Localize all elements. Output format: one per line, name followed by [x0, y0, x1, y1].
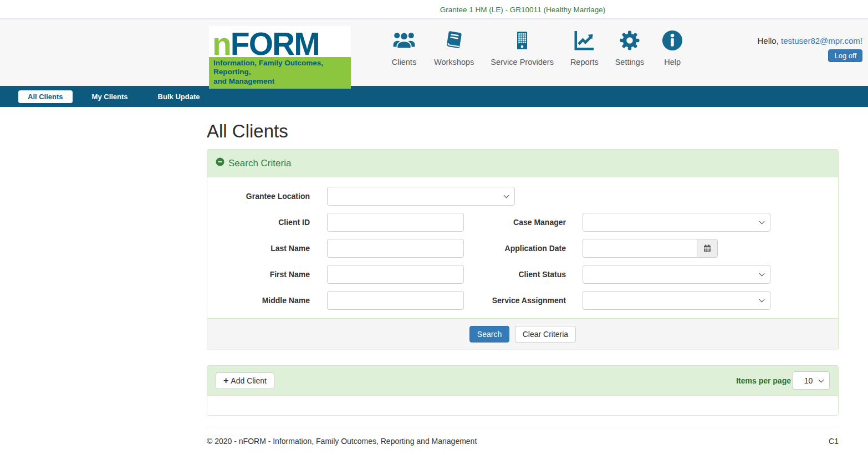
info-circle-icon	[661, 28, 684, 53]
nav-help-label: Help	[664, 58, 681, 67]
last-name-input[interactable]	[327, 239, 464, 258]
client-id-label: Client ID	[207, 218, 310, 227]
clients-tab-bar: All Clients My Clients Bulk Update	[0, 86, 868, 107]
copyright-text: © 2020 - nFORM - Information, Family Out…	[207, 437, 477, 446]
grantee-banner: Grantee 1 HM (LE) - GR10011 (Healthy Mar…	[440, 6, 605, 14]
application-date-label: Application Date	[464, 244, 566, 253]
greeting-text: Hello,	[758, 36, 779, 45]
logo-form-text: FORM	[231, 31, 319, 57]
client-status-select[interactable]	[583, 265, 770, 284]
search-criteria-title: Search Criteria	[228, 158, 291, 169]
results-list-empty	[207, 396, 838, 415]
logo-tagline-line1: Information, Family Outcomes, Reporting,	[213, 59, 349, 77]
main-content: All Clients Search Criteria Grantee Loca…	[207, 121, 839, 455]
nform-logo[interactable]: n FORM Information, Family Outcomes, Rep…	[209, 26, 351, 89]
service-assignment-label: Service Assignment	[464, 296, 566, 305]
app-header: n FORM Information, Family Outcomes, Rep…	[0, 18, 868, 86]
plus-icon: +	[223, 376, 228, 385]
tab-all-clients[interactable]: All Clients	[18, 90, 73, 103]
items-per-page-select[interactable]: 10	[793, 371, 830, 390]
add-client-label: Add Client	[231, 376, 267, 385]
calendar-picker-button[interactable]	[697, 239, 718, 258]
client-id-input[interactable]	[327, 213, 464, 232]
calendar-icon	[703, 244, 712, 253]
nav-reports[interactable]: Reports	[570, 28, 599, 67]
user-box: Hello, testuser82@mpr.com! Log off	[758, 26, 862, 62]
main-nav: Clients Workshops	[391, 26, 684, 67]
middle-name-input[interactable]	[327, 291, 464, 310]
logo-n-text: n	[212, 31, 231, 57]
first-name-label: First Name	[207, 270, 310, 279]
user-email-link[interactable]: testuser82@mpr.com!	[781, 36, 862, 45]
logo-tagline-line2: and Management	[213, 77, 349, 86]
page-title: All Clients	[207, 121, 839, 142]
building-icon	[512, 28, 532, 53]
page-code: C1	[829, 437, 839, 446]
last-name-label: Last Name	[207, 244, 310, 253]
search-button[interactable]: Search	[469, 326, 509, 342]
gear-icon	[618, 28, 641, 53]
tab-bulk-update[interactable]: Bulk Update	[158, 93, 200, 101]
service-assignment-select[interactable]	[583, 291, 770, 310]
search-criteria-footer: Search Clear Criteria	[207, 318, 838, 350]
nav-reports-label: Reports	[570, 58, 599, 67]
nform-logo-wordmark: n FORM	[209, 26, 351, 57]
page: Grantee 1 HM (LE) - GR10011 (Healthy Mar…	[0, 0, 868, 455]
case-manager-label: Case Manager	[464, 218, 566, 227]
log-off-button[interactable]: Log off	[828, 49, 862, 62]
case-manager-select[interactable]	[583, 213, 770, 232]
people-group-icon	[391, 28, 417, 53]
nav-clients[interactable]: Clients	[391, 28, 417, 67]
page-footer: © 2020 - nFORM - Information, Family Out…	[207, 427, 839, 455]
items-per-page: Items per page 10	[736, 371, 830, 390]
book-icon	[443, 28, 465, 53]
minus-circle-icon[interactable]	[216, 157, 224, 169]
first-name-input[interactable]	[327, 265, 464, 284]
nav-settings-label: Settings	[615, 58, 644, 67]
nav-clients-label: Clients	[392, 58, 416, 67]
search-criteria-header[interactable]: Search Criteria	[207, 150, 838, 177]
clear-criteria-button[interactable]: Clear Criteria	[515, 326, 576, 342]
results-panel-header: + Add Client Items per page 10	[207, 366, 838, 396]
nform-logo-tagline: Information, Family Outcomes, Reporting,…	[209, 57, 351, 89]
middle-name-label: Middle Name	[207, 296, 310, 305]
application-date-input[interactable]	[583, 239, 697, 258]
nav-service-providers[interactable]: Service Providers	[491, 28, 554, 67]
items-per-page-label: Items per page	[736, 376, 791, 385]
grantee-location-label: Grantee Location	[207, 192, 310, 201]
search-criteria-body: Grantee Location Client ID Case Manager	[207, 177, 838, 318]
add-client-button[interactable]: + Add Client	[216, 372, 274, 389]
nav-service-providers-label: Service Providers	[491, 58, 554, 67]
line-chart-icon	[572, 28, 596, 53]
grantee-banner-strip: Grantee 1 HM (LE) - GR10011 (Healthy Mar…	[0, 0, 868, 18]
tab-my-clients[interactable]: My Clients	[92, 93, 128, 101]
grantee-location-select[interactable]	[327, 187, 515, 206]
search-criteria-panel: Search Criteria Grantee Location Client …	[207, 149, 839, 350]
nav-settings[interactable]: Settings	[615, 28, 644, 67]
client-status-label: Client Status	[464, 270, 566, 279]
nav-workshops-label: Workshops	[434, 58, 474, 67]
nav-workshops[interactable]: Workshops	[434, 28, 474, 67]
results-panel: + Add Client Items per page 10	[207, 365, 839, 416]
nav-help[interactable]: Help	[661, 28, 684, 67]
